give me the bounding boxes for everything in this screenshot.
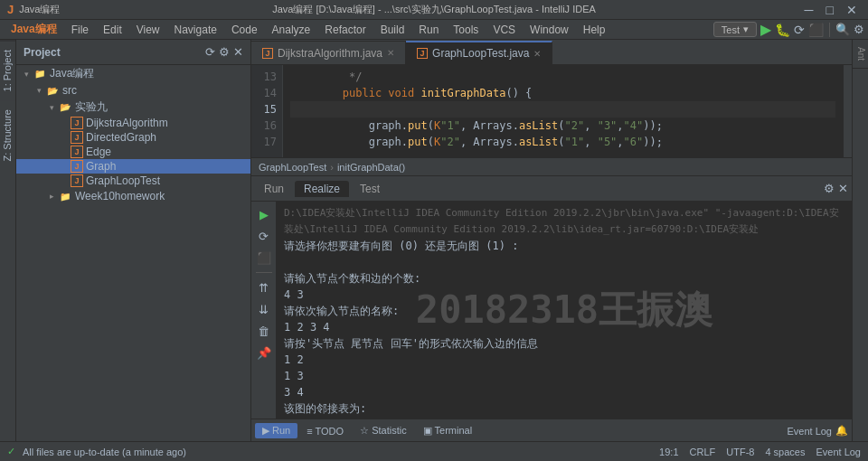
run-scroll-top-btn[interactable]: ⇈ (255, 278, 273, 296)
breadcrumb-method[interactable]: initGraphData() (337, 162, 405, 173)
run-rerun-btn[interactable]: ⟳ (255, 227, 273, 245)
bottom-tab-todo[interactable]: ≡ TODO (299, 424, 351, 438)
app: J Java编程 Java编程 [D:\Java编程] - ...\src\实验… (0, 0, 868, 461)
debug-button[interactable]: 🐛 (775, 23, 790, 37)
run-output[interactable]: 20182318王振澳 D:\IDEA安装处\IntelliJ IDEA Com… (277, 202, 852, 419)
menu-help[interactable]: Help (576, 22, 613, 38)
project-vtab[interactable]: 1: Project (0, 40, 15, 100)
run-button[interactable]: ▶ (760, 21, 771, 38)
menu-tools[interactable]: Tools (446, 22, 486, 38)
code-area[interactable]: */ public void initGraphData() { graph.p… (283, 65, 843, 157)
menu-analyze[interactable]: Analyze (265, 22, 318, 38)
menu-refactor[interactable]: Refactor (317, 22, 373, 38)
output-line-12: 1-->3-->2 (284, 417, 844, 419)
tree-label-shiyan: 实验九 (75, 99, 108, 115)
status-encoding[interactable]: UTF-8 (726, 447, 754, 457)
tree-label-week10: Week10homework (75, 190, 165, 202)
structure-vtab[interactable]: Z: Structure (0, 100, 15, 170)
status-line-ending[interactable]: CRLF (690, 447, 716, 457)
tree-item-directedgraph[interactable]: ▸ J DirectedGraph (16, 130, 250, 145)
tab-graphlooptest[interactable]: J GraphLoopTest.java ✕ (406, 41, 552, 64)
breadcrumb: GraphLoopTest › initGraphData() (251, 157, 852, 175)
tree-item-week10[interactable]: ▸ 📁 Week10homework (16, 188, 250, 204)
output-line-11: 该图的邻接表为: (284, 400, 844, 417)
sidebar-close-btn[interactable]: ✕ (233, 45, 243, 59)
run-config-label: Test (722, 24, 740, 35)
run-panel-controls: ⚙ ✕ (824, 182, 848, 195)
output-line-10: 3 4 (284, 384, 844, 400)
status-position[interactable]: 19:1 (659, 447, 678, 457)
minimize-button[interactable]: ─ (801, 3, 817, 17)
menu-vcs[interactable]: VCS (486, 22, 523, 38)
tree-label-root: Java编程 (50, 66, 94, 81)
tab-graphlooptest-icon: J (417, 48, 428, 59)
output-line-5: 请依次输入节点的名称: (284, 303, 844, 319)
tab-run[interactable]: Run (255, 181, 293, 197)
tree-item-graphlooptest[interactable]: ▸ J GraphLoopTest (16, 174, 250, 188)
tree-item-src[interactable]: ▾ 📂 src (16, 82, 250, 99)
folder-icon-week10: 📁 (58, 189, 72, 203)
breadcrumb-class[interactable]: GraphLoopTest (259, 162, 326, 173)
menu-window[interactable]: Window (523, 22, 576, 38)
tree-item-graph[interactable]: ▸ J Graph (16, 159, 250, 174)
output-line-0: D:\IDEA安装处\IntelliJ IDEA Community Editi… (284, 205, 844, 238)
run-play-btn[interactable]: ▶ (255, 205, 273, 223)
tab-dijkstra[interactable]: J DijkstraAlgorithm.java ✕ (251, 41, 406, 64)
menu-build[interactable]: Build (373, 22, 412, 38)
event-log-label[interactable]: Event Log (787, 426, 832, 437)
editor-section: J DijkstraAlgorithm.java ✕ J GraphLoopTe… (251, 40, 852, 175)
run-pin-btn[interactable]: 📌 (255, 343, 273, 362)
close-button[interactable]: ✕ (843, 3, 861, 17)
run-clear-btn[interactable]: 🗑 (255, 322, 273, 340)
tab-realize[interactable]: Realize (295, 181, 349, 197)
left-project-tab[interactable]: 1: Project Z: Structure (0, 40, 16, 441)
run-panel-close-btn[interactable]: ✕ (838, 182, 848, 195)
output-line-1: 请选择你想要建有向图 (0) 还是无向图 (1) : (284, 238, 844, 254)
editor-and-run: J DijkstraAlgorithm.java ✕ J GraphLoopTe… (251, 40, 852, 441)
sidebar-settings-btn[interactable]: ⚙ (219, 45, 230, 59)
tree-item-root[interactable]: ▾ 📁 Java编程 (16, 65, 250, 82)
run-config-selector[interactable]: Test ▾ (713, 22, 757, 37)
sidebar-title: Project (24, 46, 61, 59)
output-line-9: 1 3 (284, 368, 844, 384)
bottom-tab-statistic[interactable]: ☆ Statistic (353, 423, 414, 438)
tree-item-dijkstra[interactable]: ▸ J DijkstraAlgorithm (16, 116, 250, 130)
project-label: Java编程 (19, 3, 60, 16)
run-panel-settings-btn[interactable]: ⚙ (824, 182, 835, 195)
output-line-6: 1 2 3 4 (284, 319, 844, 335)
tab-test[interactable]: Test (351, 181, 389, 197)
bottom-tab-terminal[interactable]: ▣ Terminal (416, 423, 479, 438)
menu-code[interactable]: Code (224, 22, 265, 38)
menu-javabian[interactable]: Java编程 (4, 20, 64, 39)
tab-graphlooptest-close[interactable]: ✕ (533, 49, 541, 59)
output-line-8: 1 2 (284, 352, 844, 368)
menu-run[interactable]: Run (411, 22, 446, 38)
java-icon-graphlooptest: J (71, 174, 83, 187)
line-num-16: 16 (251, 118, 282, 134)
run-scroll-bottom-btn[interactable]: ⇊ (255, 300, 273, 318)
status-indent[interactable]: 4 spaces (765, 447, 805, 457)
tree-item-edge[interactable]: ▸ J Edge (16, 145, 250, 159)
bottom-tab-run[interactable]: ▶ Run (255, 423, 297, 438)
run-left-bar: ▶ ⟳ ⬛ ⇈ ⇊ 🗑 📌 (251, 202, 277, 419)
settings-button[interactable]: ⚙ (854, 23, 864, 36)
titlebar: J Java编程 Java编程 [D:\Java编程] - ...\src\实验… (0, 0, 868, 20)
build-button[interactable]: ⟳ (794, 23, 805, 37)
stop-button[interactable]: ⬛ (808, 23, 824, 37)
tree-item-shiyan[interactable]: ▾ 📂 实验九 (16, 99, 250, 116)
tab-dijkstra-close[interactable]: ✕ (387, 48, 394, 58)
tab-graphlooptest-label: GraphLoopTest.java (432, 47, 529, 60)
menu-navigate[interactable]: Navigate (167, 22, 224, 38)
sidebar-sync-btn[interactable]: ⟳ (205, 45, 215, 59)
menu-file[interactable]: File (64, 22, 96, 38)
ant-label[interactable]: Ant (853, 40, 868, 69)
run-stop-btn[interactable]: ⬛ (255, 249, 273, 267)
title-text: Java编程 [D:\Java编程] - ...\src\实验九\GraphLo… (67, 3, 800, 16)
tree-label-graph: Graph (86, 160, 116, 173)
event-log-btn[interactable]: Event Log (816, 447, 861, 457)
status-vcs-icon: ✓ (7, 446, 15, 457)
maximize-button[interactable]: □ (823, 3, 837, 17)
menu-view[interactable]: View (129, 22, 167, 38)
menu-edit[interactable]: Edit (96, 22, 129, 38)
search-everywhere-button[interactable]: 🔍 (835, 23, 850, 36)
